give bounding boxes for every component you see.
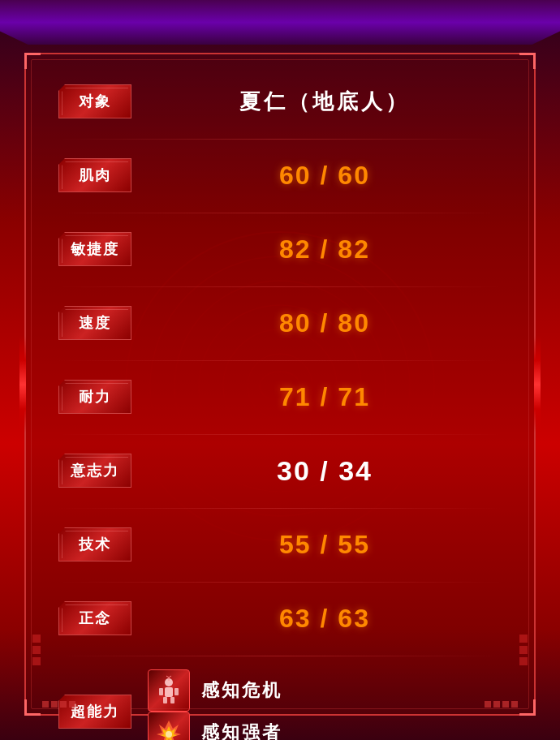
svg-line-19 [166,676,169,678]
svg-rect-16 [159,688,163,695]
svg-point-21 [166,731,172,738]
corner-br [519,699,536,716]
stat-row-3: 耐力71 / 71 [58,374,502,419]
label-text-4: 意志力 [71,461,119,480]
stat-row-4: 意志力30 / 34 [58,448,502,493]
divider-6 [58,582,502,583]
value-area-4: 30 / 34 [131,455,502,487]
stat-rows-container: 肌肉60 / 60敏捷度82 / 82速度80 / 80耐力71 / 71意志力… [58,153,502,656]
label-text-1: 敏捷度 [71,239,119,259]
label-text-5: 技术 [79,535,111,554]
svg-rect-14 [163,697,167,703]
label-box-3: 耐力 [58,380,131,414]
value-text-4: 30 / 34 [277,455,373,487]
label-box-5: 技术 [58,527,131,561]
divider-2 [58,286,502,287]
value-area-2: 80 / 80 [131,308,502,338]
divider-super [58,656,502,656]
power-icon-0 [148,669,190,712]
power-item-1: 感知强者 [148,712,502,740]
top-bar [0,0,560,45]
side-deco-left [19,336,26,433]
divider-5 [58,508,502,509]
value-area-5: 55 / 55 [131,530,502,560]
side-deco-right [534,336,541,433]
left-decoration [32,635,41,665]
target-row: 对象 夏仁（地底人） [58,79,502,124]
power-items: 感知危机 感知强者 [148,669,502,740]
power-items-container: 感知危机 感知强者 [131,669,502,740]
label-box-0: 肌肉 [58,158,131,192]
divider-3 [58,360,502,361]
svg-rect-15 [170,697,174,703]
divider-0 [58,139,502,140]
divider-4 [58,434,502,435]
stat-row-5: 技术55 / 55 [58,522,502,567]
superpower-label-box: 超能力 [58,695,131,729]
stat-row-0: 肌肉60 / 60 [58,153,502,198]
superpower-section: 超能力 感知危机 感知强者 [58,669,502,740]
label-box-6: 正念 [58,601,131,635]
target-label-box: 对象 [58,84,131,118]
value-area-3: 71 / 71 [131,382,502,412]
target-name: 夏仁（地底人） [239,88,410,116]
value-area-6: 63 / 63 [131,604,502,634]
corner-tr [519,53,536,69]
value-area-0: 60 / 60 [131,161,502,191]
power-name-1: 感知强者 [201,721,282,740]
value-text-1: 82 / 82 [279,234,370,265]
power-item-0: 感知危机 [148,669,502,712]
corner-bl [24,699,41,716]
bottom-pixels-right [485,701,518,708]
svg-point-12 [165,678,173,686]
label-box-4: 意志力 [58,454,131,488]
right-decoration [519,635,528,665]
bottom-pixels-left [42,701,75,708]
value-area-1: 82 / 82 [131,234,502,265]
target-value-area: 夏仁（地底人） [131,88,502,116]
corner-tl [24,53,41,69]
value-text-2: 80 / 80 [279,308,370,338]
label-text-2: 速度 [79,313,111,333]
superpower-label: 超能力 [71,702,119,721]
label-box-2: 速度 [58,306,131,340]
stat-row-1: 敏捷度82 / 82 [58,226,502,272]
label-text-3: 耐力 [79,387,111,407]
power-name-0: 感知危机 [201,678,282,703]
label-text-6: 正念 [79,609,111,628]
svg-rect-13 [165,687,173,697]
target-label: 对象 [79,92,111,111]
svg-rect-17 [174,688,179,695]
value-text-0: 60 / 60 [279,161,370,191]
value-text-6: 63 / 63 [279,604,370,634]
label-box-1: 敏捷度 [58,232,131,266]
power-icon-1 [148,712,190,740]
value-text-3: 71 / 71 [279,382,370,412]
stat-row-6: 正念63 / 63 [58,596,502,641]
page-wrapper: 对象 夏仁（地底人） 肌肉60 / 60敏捷度82 / 82速度80 / 80耐… [0,0,560,740]
stat-row-2: 速度80 / 80 [58,300,502,346]
divider-1 [58,213,502,213]
main-panel: 对象 夏仁（地底人） 肌肉60 / 60敏捷度82 / 82速度80 / 80耐… [24,53,536,716]
label-text-0: 肌肉 [79,166,111,185]
svg-line-20 [169,676,171,678]
superpower-row: 超能力 感知危机 感知强者 [58,669,502,740]
value-text-5: 55 / 55 [279,530,370,560]
content-area: 对象 夏仁（地底人） 肌肉60 / 60敏捷度82 / 82速度80 / 80耐… [26,54,534,740]
